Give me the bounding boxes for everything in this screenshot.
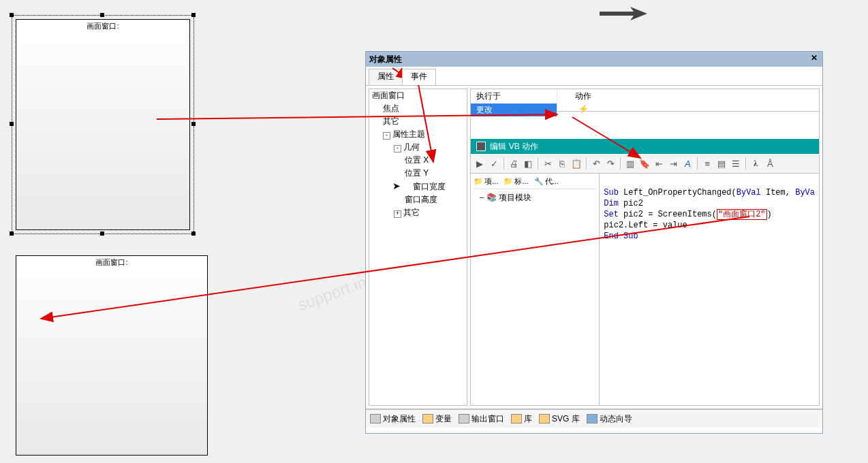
status-dynamic-wizard[interactable]: 动态向导: [587, 413, 632, 425]
tree-toggle[interactable]: -: [394, 145, 401, 153]
cut-icon[interactable]: ✂: [542, 157, 554, 170]
vb-icon: [476, 142, 486, 151]
vb-left-tab[interactable]: 📁标...: [503, 176, 528, 187]
vb-project-tree[interactable]: − 📚 项目模块: [474, 192, 596, 204]
tree-toggle[interactable]: +: [394, 210, 401, 218]
tree-item-property-subject[interactable]: -属性主题: [369, 128, 467, 141]
code-text: Item,: [761, 188, 795, 197]
tree-item-window-width[interactable]: ➤窗口宽度: [369, 180, 467, 193]
tab-events[interactable]: 事件: [402, 69, 436, 85]
code-keyword: End Sub: [604, 232, 638, 241]
vb-toolbar: ▶ ✓ 🖨 ◧ ✂ ⎘ 📋 ↶ ↷ ▥ 🔖 ⇤ ⇥: [471, 154, 819, 174]
tab-properties[interactable]: 属性: [369, 69, 403, 85]
tree-item-focus[interactable]: 焦点: [369, 102, 467, 115]
code-keyword: Set: [604, 210, 619, 219]
code-keyword: Dim: [604, 199, 619, 208]
toolbar-separator: [620, 157, 621, 170]
folder-icon: [422, 414, 433, 424]
code-text: pic2.Left = value: [604, 221, 687, 230]
col-execute-at: 执行于: [471, 89, 557, 103]
tree-item-window-height[interactable]: 窗口高度: [369, 193, 467, 206]
toolbar-separator: [586, 157, 587, 170]
selection-handle[interactable]: [191, 122, 196, 126]
cursor-pointer-icon: ➤: [392, 180, 401, 191]
wizard-icon: [587, 414, 598, 424]
code-string-highlighted: "画面窗口2": [717, 209, 767, 220]
print-icon[interactable]: 🖨: [508, 157, 520, 170]
object-properties-panel: 对象属性 ✕ 属性 事件 画面窗口 焦点 其它 -属性主题 -几何 位置 X 位…: [365, 51, 823, 434]
property-tree[interactable]: 画面窗口 焦点 其它 -属性主题 -几何 位置 X 位置 Y ➤窗口宽度 窗口高…: [369, 89, 467, 406]
toolbar-separator: [538, 157, 538, 170]
status-variables[interactable]: 变量: [422, 413, 452, 425]
status-library[interactable]: 库: [511, 413, 532, 425]
toolbar-button[interactable]: ▶: [474, 157, 486, 170]
panel-icon: [370, 414, 381, 424]
toolbar-button[interactable]: ▤: [715, 157, 728, 170]
undo-icon[interactable]: ↶: [590, 157, 602, 170]
tree-item-other[interactable]: +其它: [369, 206, 467, 219]
event-table: 执行于 动作 更改 ⚡: [471, 89, 819, 112]
tree-root[interactable]: 画面窗口: [369, 89, 467, 102]
vb-code-editor[interactable]: Sub Left_OnPropertyChanged(ByVal Item, B…: [600, 174, 819, 405]
vb-editor-title: 编辑 VB 动作: [490, 141, 538, 153]
vb-project-browser[interactable]: 📁项... 📁标... 🔧代... − 📚 项目模块: [471, 174, 600, 405]
folder-icon: [511, 414, 522, 424]
selection-handle[interactable]: [100, 13, 104, 17]
toolbar-button[interactable]: ☰: [730, 157, 742, 170]
toolbar-separator: [697, 157, 698, 170]
status-object-properties[interactable]: 对象属性: [370, 413, 416, 425]
status-bar: 对象属性 变量 输出窗口 库 SVG 库 动态向导: [366, 409, 822, 428]
bookmark-icon[interactable]: 🔖: [638, 157, 651, 170]
picture-window-1[interactable]: 画面窗口:: [16, 19, 190, 230]
vb-left-tab[interactable]: 📁项...: [474, 176, 498, 187]
toolbar-button[interactable]: 𝛌: [749, 157, 762, 170]
code-text: pic2 = ScreenItems(: [619, 210, 717, 219]
tree-item-position-x[interactable]: 位置 X: [369, 154, 467, 167]
panel-icon: [459, 414, 469, 424]
toolbar-button[interactable]: ▥: [624, 157, 636, 170]
selection-handle[interactable]: [10, 122, 14, 126]
panel-body: 画面窗口 焦点 其它 -属性主题 -几何 位置 X 位置 Y ➤窗口宽度 窗口高…: [366, 86, 822, 409]
code-text: Left_OnPropertyChanged(: [619, 188, 737, 197]
project-modules-node[interactable]: 项目模块: [499, 193, 531, 202]
tree-item-other[interactable]: 其它: [369, 115, 467, 128]
vb-editor-title-bar[interactable]: 编辑 VB 动作: [471, 139, 819, 154]
selection-handle[interactable]: [10, 232, 14, 236]
close-button[interactable]: ✕: [809, 53, 820, 64]
tree-item-geometry[interactable]: -几何: [369, 141, 467, 154]
paste-icon[interactable]: 📋: [570, 157, 583, 170]
compass-icon[interactable]: Å: [764, 157, 776, 170]
code-keyword: ByVal: [737, 188, 761, 197]
panel-title: 对象属性: [369, 54, 402, 65]
picture-window-title: 画面窗口:: [16, 257, 207, 268]
toolbar-button[interactable]: ≡: [701, 157, 713, 170]
code-text: ): [767, 210, 772, 219]
vb-tree-toggle[interactable]: −: [479, 193, 484, 202]
selection-handle[interactable]: [191, 13, 196, 17]
tree-item-position-y[interactable]: 位置 Y: [369, 167, 467, 180]
vb-body: 📁项... 📁标... 🔧代... − 📚 项目模块 Sub Left_OnPr…: [471, 174, 819, 405]
status-output-window[interactable]: 输出窗口: [459, 413, 504, 425]
copy-icon[interactable]: ⎘: [556, 157, 568, 170]
decorative-arrow: [593, 1, 695, 42]
font-size-icon[interactable]: A: [681, 157, 694, 170]
selection-handle[interactable]: [191, 232, 196, 236]
redo-icon[interactable]: ↷: [604, 157, 617, 170]
selection-handle[interactable]: [100, 232, 104, 236]
toolbar-button[interactable]: ⇥: [667, 157, 679, 170]
event-table-header: 执行于 动作: [471, 89, 819, 103]
status-svg-library[interactable]: SVG 库: [539, 413, 580, 425]
toolbar-button[interactable]: ◧: [522, 157, 534, 170]
toolbar-button[interactable]: ✓: [488, 157, 500, 170]
right-area: 执行于 动作 更改 ⚡ 编辑 VB 动作 ▶ ✓ 🖨: [470, 89, 820, 406]
toolbar-button[interactable]: ⇤: [653, 157, 665, 170]
toolbar-separator: [745, 157, 746, 170]
vb-left-tab[interactable]: 🔧代...: [534, 176, 559, 187]
picture-window-2[interactable]: 画面窗口:: [16, 255, 208, 456]
code-keyword: ByVa: [795, 188, 815, 197]
folder-icon: [539, 414, 550, 424]
panel-title-bar[interactable]: 对象属性 ✕: [366, 52, 822, 67]
picture-window-title: 画面窗口:: [16, 21, 189, 31]
tree-toggle[interactable]: -: [383, 132, 390, 140]
selection-handle[interactable]: [10, 13, 14, 17]
